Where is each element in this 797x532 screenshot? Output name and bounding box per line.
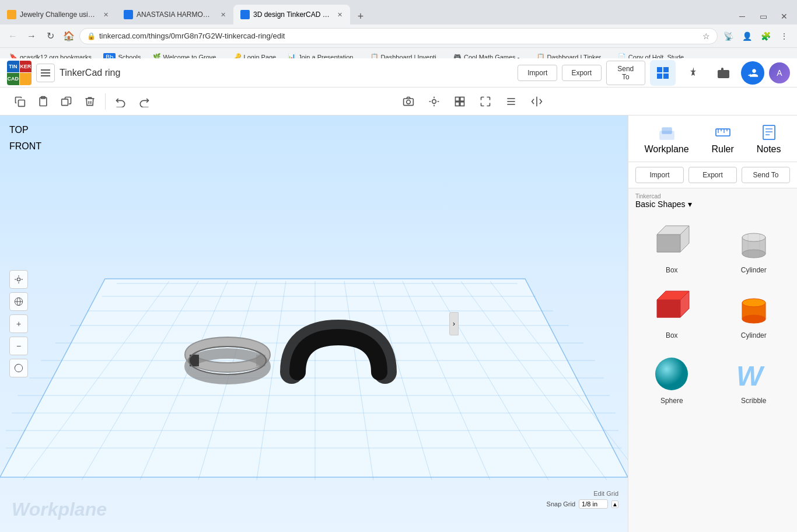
- notes-button[interactable]: Notes: [752, 121, 786, 157]
- svg-rect-3: [657, 67, 662, 72]
- send-to-button[interactable]: Send To: [606, 61, 646, 85]
- toolbar-center: [157, 91, 788, 112]
- collapse-panel-button[interactable]: ›: [449, 312, 459, 335]
- header-right-buttons: Import Export Send To A: [518, 60, 790, 86]
- close-button[interactable]: ✕: [776, 8, 792, 24]
- extensions-button[interactable]: 🧩: [757, 28, 774, 44]
- dropdown-arrow-icon: ▾: [688, 200, 692, 209]
- shapes-category: Tinkercad: [635, 193, 692, 200]
- reload-button[interactable]: ↻: [42, 28, 58, 44]
- tab-favicon-2: [124, 10, 133, 19]
- shape-box-gray-thumb: [648, 223, 695, 264]
- tab-title-1: Jewelry Challenge using T...: [20, 10, 96, 19]
- logo-tin: TIN: [7, 61, 19, 73]
- tab-2[interactable]: ANASTASIA HARMON - Photo D... ✕: [117, 5, 233, 24]
- redo-button[interactable]: [134, 91, 155, 112]
- camera-tool[interactable]: [398, 91, 419, 112]
- shape-box-gray[interactable]: Box: [633, 218, 711, 279]
- shape-cylinder-orange-label: Cylinder: [741, 331, 767, 340]
- panel-import-button[interactable]: Import: [635, 167, 684, 183]
- user-avatar[interactable]: A: [769, 62, 790, 83]
- logo-empty: [20, 73, 32, 85]
- light-tool[interactable]: [424, 91, 445, 112]
- shape-cylinder-orange[interactable]: Cylinder: [715, 284, 793, 344]
- svg-rect-7: [718, 70, 729, 78]
- nav-bar: ← → ↻ 🏠 🔒 tinkercad.com/things/0mrG8n7rG…: [0, 24, 797, 48]
- fit-view-button[interactable]: [9, 270, 28, 289]
- delete-button[interactable]: [79, 91, 100, 112]
- tab-close-2[interactable]: ✕: [220, 10, 226, 19]
- tinkercad-logo[interactable]: TIN KER CAD: [7, 61, 32, 85]
- svg-point-90: [742, 299, 765, 307]
- minimize-button[interactable]: ─: [734, 8, 750, 24]
- mirror-tool[interactable]: [526, 91, 547, 112]
- home-button[interactable]: 🏠: [61, 28, 77, 44]
- new-tab-button[interactable]: +: [352, 8, 369, 24]
- cast-button[interactable]: 📡: [720, 28, 736, 44]
- snap-grid-control: Snap Grid ▲: [547, 499, 618, 509]
- zoom-out-button[interactable]: −: [9, 337, 28, 355]
- shape-scribble-label: Scribble: [741, 397, 766, 405]
- portfolio-button[interactable]: [711, 60, 736, 86]
- maximize-button[interactable]: ▭: [755, 8, 771, 24]
- add-person-button[interactable]: [741, 61, 764, 85]
- shape-cylinder-orange-thumb: [730, 288, 777, 329]
- align-tool[interactable]: [501, 91, 522, 112]
- panel-send-to-button[interactable]: Send To: [742, 167, 790, 183]
- svg-rect-19: [455, 97, 459, 101]
- view-cube[interactable]: TOP FRONT: [9, 125, 62, 177]
- svg-rect-2: [41, 75, 50, 76]
- copy-button[interactable]: [9, 91, 30, 112]
- perspective-button[interactable]: [9, 292, 28, 311]
- tab-bar: Jewelry Challenge using T... ✕ ANASTASIA…: [0, 0, 797, 24]
- toolbar: [0, 88, 797, 116]
- panel-export-button[interactable]: Export: [688, 167, 737, 183]
- zoom-in-button[interactable]: +: [9, 314, 28, 333]
- import-button[interactable]: Import: [518, 65, 557, 81]
- back-button[interactable]: ←: [5, 28, 21, 44]
- group-tool[interactable]: [449, 91, 470, 112]
- cube-top-face[interactable]: TOP: [9, 125, 39, 141]
- snap-grid-input[interactable]: [579, 499, 608, 509]
- shape-sphere-teal[interactable]: Sphere: [633, 349, 711, 410]
- workplane-button[interactable]: Workplane: [639, 121, 693, 157]
- app-header: TIN KER CAD TinkerCad ring Import Export…: [0, 58, 797, 88]
- grid-view-button[interactable]: [650, 60, 676, 86]
- snap-grid-stepper[interactable]: ▲: [611, 501, 618, 508]
- notes-label: Notes: [757, 144, 781, 155]
- tab-close-3[interactable]: ✕: [336, 10, 343, 19]
- svg-rect-4: [663, 67, 669, 72]
- orbit-button[interactable]: [9, 359, 28, 377]
- profile-button[interactable]: 👤: [739, 28, 755, 44]
- ungroup-tool[interactable]: [475, 91, 496, 112]
- menu-button[interactable]: [36, 64, 55, 82]
- svg-rect-22: [460, 102, 464, 106]
- undo-button[interactable]: [110, 91, 131, 112]
- build-button[interactable]: [680, 60, 706, 86]
- ruler-button[interactable]: Ruler: [707, 121, 739, 157]
- export-button[interactable]: Export: [562, 65, 602, 81]
- duplicate-button[interactable]: [56, 91, 77, 112]
- svg-point-14: [432, 99, 436, 103]
- tab-title-2: ANASTASIA HARMON - Photo D...: [137, 10, 214, 19]
- shape-scribble[interactable]: W Scribble: [715, 349, 793, 410]
- svg-marker-75: [657, 235, 680, 252]
- shapes-dropdown[interactable]: Basic Shapes ▾: [635, 200, 692, 209]
- svg-point-82: [742, 250, 765, 258]
- paste-button[interactable]: [33, 91, 54, 112]
- cube-front-face[interactable]: FRONT: [9, 141, 39, 160]
- forward-button[interactable]: →: [23, 28, 40, 44]
- address-bar[interactable]: 🔒 tinkercad.com/things/0mrG8n7rG2W-tinke…: [79, 28, 718, 44]
- shape-cylinder-gray[interactable]: Cylinder: [715, 218, 793, 279]
- svg-rect-6: [663, 74, 669, 79]
- right-panel: Workplane Ruler: [628, 116, 797, 532]
- bookmark-star-icon[interactable]: ☆: [702, 32, 710, 41]
- logo-ker: KER: [20, 61, 32, 73]
- shape-box-red[interactable]: Box: [633, 284, 711, 344]
- more-button[interactable]: ⋮: [776, 28, 792, 44]
- tab-close-1[interactable]: ✕: [102, 10, 110, 19]
- tab-3[interactable]: 3D design TinkerCAD ring | Tink... ✕: [233, 5, 350, 24]
- tab-1[interactable]: Jewelry Challenge using T... ✕: [0, 5, 117, 24]
- viewport[interactable]: TOP FRONT + − Edit Grid: [0, 116, 628, 532]
- edit-grid-label[interactable]: Edit Grid: [593, 490, 618, 497]
